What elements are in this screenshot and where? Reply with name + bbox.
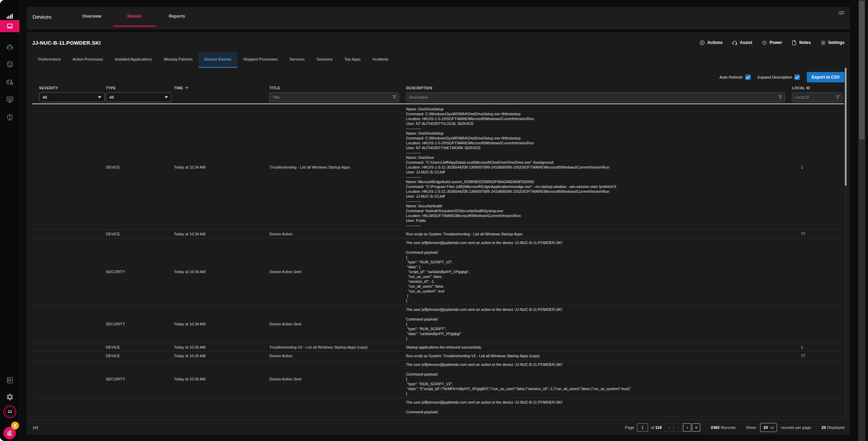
page-size-select[interactable]: 20	[760, 423, 777, 432]
fit-columns-icon[interactable]	[32, 424, 39, 431]
page-scrollbar[interactable]	[858, 0, 865, 441]
layout-settings-icon[interactable]	[838, 9, 845, 17]
table-row[interactable]: The user jeffjohnson@jupiterlab.com sent…	[32, 398, 844, 416]
monitoring-icon[interactable]	[0, 93, 19, 105]
last-page-button[interactable]: »	[692, 423, 700, 432]
notification-badge[interactable]: 8	[11, 422, 19, 430]
action-label: Settings	[828, 40, 844, 45]
page-number-input[interactable]	[637, 423, 648, 432]
records-count: 2362 Records	[711, 425, 736, 430]
export-csv-button[interactable]: Export to CSV	[807, 72, 844, 82]
title-filter	[269, 92, 399, 102]
table-scrollbar-thumb[interactable]	[845, 68, 847, 186]
devices-icon[interactable]	[0, 20, 19, 32]
cell-type: SECURITY	[106, 322, 174, 326]
table-row[interactable]: DEVICEToday at 10:34 AMTroubleshooting -…	[32, 105, 844, 230]
tab-device-events[interactable]: Device Events	[198, 52, 237, 68]
expand-description-control: Expand Description	[758, 74, 800, 80]
table-row[interactable]: DEVICEToday at 10:34 AMDevice ActionRun …	[32, 230, 844, 238]
auto-refresh-label: Auto Refresh	[719, 75, 742, 79]
auto-refresh-checkbox[interactable]	[745, 74, 751, 80]
tab-performance[interactable]: Performance	[32, 52, 67, 68]
column-header-description[interactable]: DESCRIPTION	[406, 85, 792, 91]
top-tab-details[interactable]: Details	[113, 7, 156, 27]
cell-description: Run script as System: Troubleshooting-V2…	[406, 352, 792, 360]
tab-sessions[interactable]: Sessions	[311, 52, 339, 68]
column-header-local-id[interactable]: LOCAL ID	[792, 85, 844, 91]
cell-time: Today at 10:34 AM	[174, 165, 269, 169]
top-tab-reports[interactable]: Reports	[156, 7, 198, 27]
settings-button[interactable]: Settings	[820, 40, 844, 46]
cell-type: DEVICE	[106, 354, 174, 358]
tab-missing-patches[interactable]: Missing Patches	[158, 52, 198, 68]
settings-icon[interactable]	[0, 391, 19, 403]
tab-services[interactable]: Services	[284, 52, 311, 68]
power-button[interactable]: Power	[761, 40, 782, 46]
displayed-count: 20 Displayed	[822, 425, 845, 430]
type-filter-select[interactable]: All	[106, 92, 172, 102]
cell-description: The user jeffjohnson@jupiterlab.com sent…	[406, 360, 792, 398]
assist-button[interactable]: Assist	[732, 40, 752, 46]
column-header-severity[interactable]: SEVERITY	[32, 85, 106, 91]
play-circle-icon	[699, 40, 705, 46]
user-avatar[interactable]: JJ	[0, 406, 19, 417]
filter-funnel-icon	[392, 94, 397, 100]
contacts-icon[interactable]	[0, 76, 19, 88]
cell-time: Today at 10:26 AM	[174, 345, 269, 349]
column-header-type[interactable]: TYPE	[106, 85, 174, 91]
table-row[interactable]: SECURITYToday at 10:34 AMDevice Action S…	[32, 238, 844, 305]
filter-funnel-icon	[835, 94, 840, 100]
column-header-time[interactable]: TIME	[174, 85, 269, 91]
cell-description: The user jeffjohnson@jupiterlab.com sent…	[406, 398, 792, 416]
remote-support-icon[interactable]	[0, 41, 19, 53]
chevron-down-icon	[98, 96, 101, 98]
per-page-label: records per page	[781, 425, 811, 430]
table-separator	[32, 104, 844, 104]
table-scrollbar[interactable]	[845, 68, 847, 420]
sidebar: JJ 8	[0, 0, 20, 441]
page-label: Page	[625, 425, 634, 430]
cell-title: Device Action	[269, 354, 406, 358]
note-icon	[791, 40, 797, 46]
actions-button[interactable]: Actions	[699, 40, 722, 46]
local-id-filter-input[interactable]	[792, 95, 842, 99]
cell-title: Device Action Sent	[269, 270, 406, 274]
device-name: JJ-NUC-B-11.POWDER.SKI	[32, 40, 101, 46]
reports-icon[interactable]	[0, 374, 19, 386]
cell-severity	[32, 232, 106, 236]
table-row[interactable]: SECURITYToday at 10:34 AMDevice Action S…	[32, 305, 844, 343]
feedback-icon[interactable]	[0, 58, 19, 70]
cell-description: The user jeffjohnson@jupiterlab.com sent…	[406, 305, 792, 343]
table-footer: Page of 119 «‹›» 2362 Records Show 20 re…	[27, 420, 850, 435]
table-row[interactable]: DEVICEToday at 10:26 AMDevice ActionRun …	[32, 352, 844, 360]
column-header-title[interactable]: TITLE	[269, 85, 406, 91]
tab-top-apps[interactable]: Top Apps	[339, 52, 367, 68]
cell-time: Today at 10:34 AM	[174, 322, 269, 326]
cell-type: SECURITY	[106, 377, 174, 381]
cell-type: DEVICE	[106, 165, 174, 169]
show-label: Show	[746, 425, 756, 430]
top-tabs: OverviewDetailsReports	[71, 7, 198, 27]
top-tab-overview[interactable]: Overview	[71, 7, 113, 27]
table-row[interactable]: SECURITYToday at 10:26 AMDevice Action S…	[32, 360, 844, 398]
tab-stopped-processes[interactable]: Stopped Processes	[237, 52, 284, 68]
cell-severity	[32, 322, 106, 326]
cell-title: Troubleshooting-V2 - List all Windows St…	[269, 345, 406, 349]
notes-button[interactable]: Notes	[791, 40, 811, 46]
tab-active-processes[interactable]: Active Processes	[67, 52, 109, 68]
cell-local-id: 1	[792, 165, 844, 169]
cell-severity	[32, 270, 106, 274]
cell-local-id: 77	[792, 232, 844, 236]
table-row[interactable]: DEVICEToday at 10:26 AMTroubleshooting-V…	[32, 343, 844, 352]
sort-desc-icon	[185, 87, 188, 89]
expand-description-checkbox[interactable]	[794, 74, 800, 80]
tab-incidents[interactable]: Incidents	[367, 52, 394, 68]
next-page-button[interactable]: ›	[683, 423, 691, 432]
description-filter-input[interactable]	[406, 95, 785, 99]
tab-installed-applications[interactable]: Installed Applications	[109, 52, 158, 68]
title-filter-input[interactable]	[270, 95, 399, 99]
page-scrollbar-thumb[interactable]	[859, 1, 865, 140]
severity-filter-select[interactable]: All	[39, 92, 105, 102]
security-icon[interactable]	[0, 111, 19, 123]
cell-severity	[32, 354, 106, 358]
